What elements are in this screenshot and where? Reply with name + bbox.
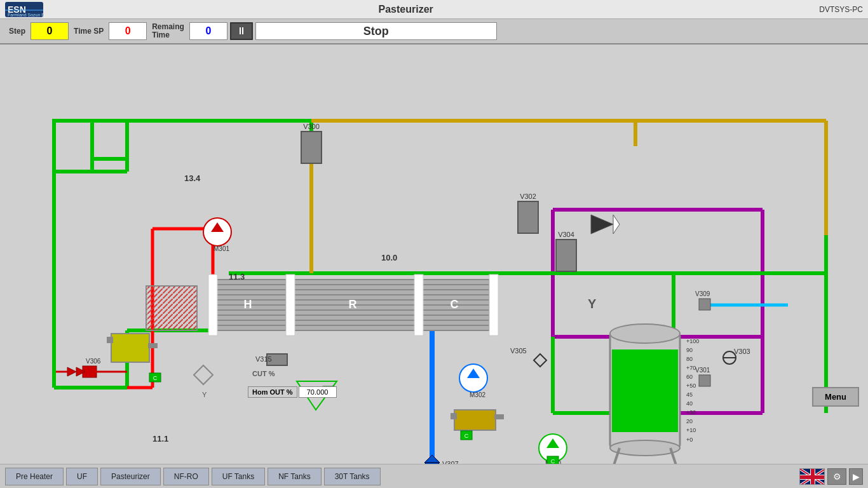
pause-button[interactable]: ⏸ — [230, 22, 253, 40]
svg-rect-102 — [301, 132, 322, 163]
settings-icon[interactable]: ⚙ — [827, 468, 846, 485]
svg-text:13.4: 13.4 — [184, 173, 201, 183]
svg-rect-106 — [556, 240, 576, 271]
svg-text:40: 40 — [686, 400, 693, 407]
svg-text:C: C — [451, 298, 459, 311]
nav-nf-ro[interactable]: NF-RO — [163, 468, 209, 485]
svg-rect-171 — [800, 475, 825, 479]
svg-text:C: C — [465, 433, 469, 439]
control-bar: Step 0 Time SP 0 Remaing Time 0 ⏸ Stop — [0, 19, 868, 44]
step-label: Step — [6, 27, 28, 36]
svg-rect-77 — [286, 274, 295, 336]
svg-rect-79 — [489, 274, 498, 336]
nav-uf-tanks[interactable]: UF Tanks — [212, 468, 265, 485]
nav-nf-tanks[interactable]: NF Tanks — [268, 468, 321, 485]
svg-text:C: C — [551, 458, 555, 464]
svg-text:V300: V300 — [303, 123, 320, 130]
step-value: 0 — [31, 22, 69, 40]
svg-text:+10: +10 — [686, 427, 696, 433]
svg-text:M301: M301 — [214, 245, 229, 252]
svg-point-85 — [610, 324, 680, 343]
svg-text:Y: Y — [202, 391, 207, 398]
svg-rect-80 — [208, 274, 217, 336]
time-sp-label: Time SP — [71, 27, 106, 36]
hom-out-value: 70.000 — [299, 386, 337, 398]
svg-rect-123 — [699, 375, 710, 386]
svg-text:C: C — [153, 375, 158, 381]
svg-text:45: 45 — [686, 391, 693, 398]
bottom-nav: Pre Heater UF Pasteurizer NF-RO UF Tanks… — [0, 464, 868, 488]
svg-text:+50: +50 — [686, 383, 696, 389]
svg-rect-144 — [107, 337, 113, 343]
arrow-icon[interactable]: ▶ — [849, 468, 863, 485]
svg-text:V301: V301 — [695, 367, 710, 374]
stop-display: Stop — [255, 22, 497, 40]
svg-text:R: R — [349, 298, 357, 311]
svg-rect-145 — [148, 343, 158, 348]
main-diagram: H R C +100 90 80 +70 60 +50 45 40 +30 20… — [0, 44, 868, 464]
page-title: Pasteurizer — [0, 4, 819, 15]
svg-rect-104 — [518, 201, 538, 233]
svg-rect-149 — [451, 413, 457, 419]
time-sp-value: 0 — [109, 22, 147, 40]
svg-text:80: 80 — [686, 356, 693, 362]
menu-button[interactable]: Menu — [812, 387, 859, 407]
svg-text:10.0: 10.0 — [381, 253, 397, 262]
svg-rect-121 — [699, 299, 710, 310]
cut-percent-label: CUT % — [252, 370, 275, 377]
svg-text:H: H — [244, 298, 252, 311]
svg-text:11.1: 11.1 — [153, 434, 168, 444]
svg-text:60: 60 — [686, 374, 693, 380]
svg-text:11.3: 11.3 — [229, 272, 245, 281]
pause-icon: ⏸ — [236, 25, 247, 37]
svg-text:V302: V302 — [520, 193, 536, 200]
svg-rect-78 — [414, 274, 423, 336]
nav-uf[interactable]: UF — [66, 468, 98, 485]
header: ESN Farmland Sozun Proje Pasteurizer DVT… — [0, 0, 868, 19]
svg-text:V305: V305 — [510, 347, 527, 355]
hom-out-label: Hom OUT % — [248, 386, 297, 398]
svg-text:V315: V315 — [255, 355, 272, 363]
remaining-value: 0 — [189, 22, 227, 40]
flag-icon[interactable] — [799, 468, 825, 485]
diagram-svg: H R C +100 90 80 +70 60 +50 45 40 +30 20… — [0, 44, 868, 464]
svg-text:+70: +70 — [686, 365, 696, 371]
svg-text:V309: V309 — [695, 290, 710, 297]
svg-rect-150 — [494, 414, 504, 419]
nav-pre-heater[interactable]: Pre Heater — [5, 468, 64, 485]
nav-pasteurizer[interactable]: Pasteurizer — [100, 468, 161, 485]
svg-text:V303: V303 — [734, 348, 750, 355]
svg-rect-89 — [612, 349, 678, 432]
svg-rect-148 — [454, 410, 496, 430]
svg-text:+0: +0 — [686, 437, 693, 443]
svg-text:+100: +100 — [686, 338, 699, 344]
svg-text:V306: V306 — [86, 358, 101, 365]
svg-text:+30: +30 — [686, 409, 696, 416]
svg-text:V304: V304 — [558, 231, 574, 238]
svg-rect-143 — [111, 334, 149, 362]
svg-text:M302: M302 — [470, 391, 485, 398]
svg-rect-141 — [146, 286, 197, 330]
nav-30t-tanks[interactable]: 30T Tanks — [324, 468, 381, 485]
svg-text:20: 20 — [686, 418, 693, 424]
svg-text:90: 90 — [686, 347, 693, 353]
hom-out-display: Hom OUT % 70.000 — [248, 386, 337, 398]
svg-point-86 — [610, 440, 680, 456]
svg-text:Y: Y — [588, 297, 597, 311]
remaining-label: Remaing Time — [149, 23, 187, 39]
pc-name: DVTSYS-PC — [819, 5, 863, 14]
